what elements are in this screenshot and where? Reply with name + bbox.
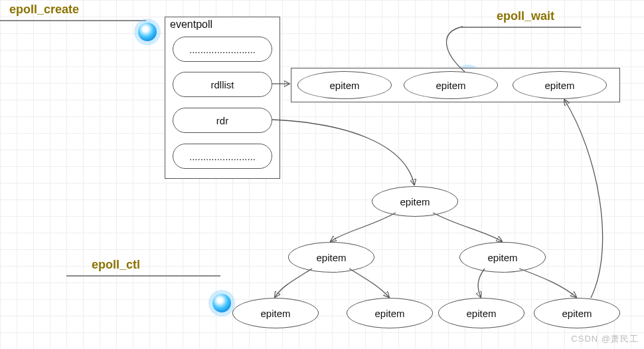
underline-ctl xyxy=(66,275,220,277)
tree-rl-text: epitem xyxy=(466,308,496,319)
eventpoll-row-3-text: ........................ xyxy=(189,151,256,162)
label-epoll-create: epoll_create xyxy=(9,3,79,17)
rdllist-item-0-text: epitem xyxy=(329,80,359,91)
tree-left: epitem xyxy=(288,242,374,273)
tree-lr: epitem xyxy=(347,298,433,328)
tree-ll: epitem xyxy=(232,298,319,328)
rdllist-item-2-text: epitem xyxy=(544,80,574,91)
label-epoll-wait: epoll_wait xyxy=(497,9,554,23)
tree-right-text: epitem xyxy=(487,252,517,263)
tree-root: epitem xyxy=(372,186,458,217)
tree-right: epitem xyxy=(459,242,546,273)
eventpoll-row-1: rdllist xyxy=(173,72,272,97)
label-epoll-ctl: epoll_ctl xyxy=(92,258,140,272)
orb-ctl xyxy=(212,294,231,312)
orb-create xyxy=(138,23,157,41)
rdllist-item-2: epitem xyxy=(513,71,607,99)
eventpoll-row-1-text: rdllist xyxy=(210,79,234,90)
rdllist-item-1: epitem xyxy=(404,71,498,99)
underline-create xyxy=(0,20,146,21)
eventpoll-row-0-text: ........................ xyxy=(189,44,256,55)
tree-ll-text: epitem xyxy=(260,308,290,319)
tree-rr: epitem xyxy=(534,298,620,328)
eventpoll-row-0: ........................ xyxy=(173,37,272,62)
watermark: CSDN @萧民工 xyxy=(571,333,639,345)
tree-rl: epitem xyxy=(438,298,524,328)
tree-root-text: epitem xyxy=(400,196,430,207)
eventpoll-row-2-text: rdr xyxy=(216,115,228,126)
tree-lr-text: epitem xyxy=(374,308,404,319)
eventpoll-row-2: rdr xyxy=(173,108,272,133)
eventpoll-title: eventpoll xyxy=(170,19,212,31)
rdllist-item-1-text: epitem xyxy=(436,80,465,91)
grid-background xyxy=(0,0,644,349)
underline-wait xyxy=(461,27,581,28)
rdllist-item-0: epitem xyxy=(297,71,392,99)
tree-rr-text: epitem xyxy=(562,308,592,319)
tree-left-text: epitem xyxy=(316,252,346,263)
eventpoll-row-3: ........................ xyxy=(173,144,272,169)
